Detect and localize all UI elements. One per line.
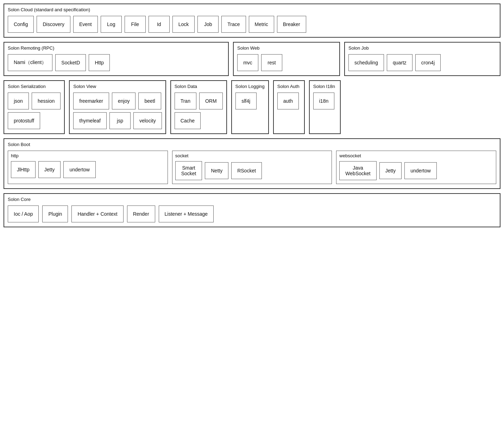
view-section: Solon View freemarkerenjoybeetl thymelea… [69,80,166,134]
box-lock: Lock [172,16,195,33]
box-enjoy: enjoy [112,93,136,109]
box-thymeleaf: thymeleaf [73,112,107,129]
logging-section: Solon Logging slf4j [231,80,269,134]
box-scheduling: scheduling [348,54,384,71]
remoting-items: Nami（client）SocketDHttp [8,54,225,71]
box-discovery: Discovery [37,16,70,33]
box-mvc: mvc [237,54,258,71]
box-breaker: Breaker [277,16,306,33]
cloud-items: ConfigDiscoveryEventLogFileIdLockJobTrac… [8,16,496,33]
serialization-section: Solon Serialization jsonhession protostu… [4,80,65,134]
box-undertow: undertow [63,161,96,178]
cloud-title: Solon Cloud (standard and specification) [8,7,496,12]
remoting-section: Solon Remoting (RPC) Nami（client）SocketD… [4,42,229,76]
core-section: Solon Core Ioc / AopPluginHandler + Cont… [4,193,500,227]
box-jetty: Jetty [38,161,61,178]
cloud-section: Solon Cloud (standard and specification)… [4,4,500,38]
box-quartz: quartz [387,54,412,71]
box-job: Job [197,16,219,33]
serialization-items: jsonhession protostuff [8,93,61,129]
box-file: File [125,16,146,33]
boot-http: http JlHttpJettyundertow [8,151,168,184]
box-cron4j: cron4j [415,54,441,71]
boot-websocket-label: websocket [339,153,493,158]
boot-http-label: http [11,153,165,158]
boot-subsections: http JlHttpJettyundertow socket Smart So… [8,151,496,184]
box-http: Http [89,54,110,71]
data-section: Solon Data TranORM Cache [170,80,227,134]
box-plugin: Plugin [42,205,68,222]
box-freemarker: freemarker [73,93,109,109]
row-serial-view-data: Solon Serialization jsonhession protostu… [4,80,500,134]
boot-socket: socket Smart SocketNettyRSocket [172,151,332,184]
box-event: Event [73,16,98,33]
core-items: Ioc / AopPluginHandler + ContextRenderLi… [8,205,496,222]
box-rsocket: RSocket [231,162,262,179]
box-json: json [8,93,29,109]
box-metric: Metric [249,16,274,33]
box-beetl: beetl [138,93,161,109]
web-section: Solon Web mvcrest [233,42,340,76]
view-title: Solon View [73,84,162,89]
job-items: schedulingquartzcron4j [348,54,496,71]
data-items: TranORM Cache [175,93,223,129]
box-netty: Netty [205,162,228,179]
remoting-title: Solon Remoting (RPC) [8,45,225,51]
box-auth: auth [277,93,299,109]
boot-socket-label: socket [175,153,329,158]
box-undertow: undertow [404,162,437,179]
web-title: Solon Web [237,45,336,51]
view-items: freemarkerenjoybeetl thymeleafjspvelocit… [73,93,162,129]
box-jetty: Jetty [379,162,402,179]
box-socketd: SocketD [55,54,86,71]
job-title: Solon Job [348,45,496,51]
job-section: Solon Job schedulingquartzcron4j [344,42,500,76]
box-ioc-/-aop: Ioc / Aop [8,205,39,222]
box-listener-+-message: Listener + Message [159,205,214,222]
row-remoting-web-job: Solon Remoting (RPC) Nami（client）SocketD… [4,42,500,76]
core-title: Solon Core [8,197,496,202]
box-handler-+-context: Handler + Context [71,205,123,222]
box-nami（client）: Nami（client） [8,54,52,71]
box-velocity: velocity [133,112,162,129]
web-items: mvcrest [237,54,336,71]
box-render: Render [127,205,155,222]
data-title: Solon Data [175,84,223,89]
box-smart-socket: Smart Socket [175,161,202,180]
box-protostuff: protostuff [8,112,40,129]
box-slf4j: slf4j [235,93,257,109]
box-jsp: jsp [109,112,131,129]
box-log: Log [101,16,122,33]
box-rest: rest [261,54,282,71]
box-orm: ORM [199,93,223,109]
boot-title: Solon Boot [8,142,496,147]
box-config: Config [8,16,34,33]
logging-title: Solon Logging [235,84,265,89]
boot-websocket: websocket Java WebSocketJettyundertow [336,151,496,184]
i18n-section: Solon I18n i18n [309,80,341,134]
auth-title: Solon Auth [277,84,301,89]
box-i18n: i18n [313,93,334,109]
auth-section: Solon Auth auth [273,80,305,134]
box-tran: Tran [175,93,196,109]
serialization-title: Solon Serialization [8,84,61,89]
box-trace: Trace [221,16,246,33]
box-cache: Cache [175,112,201,129]
box-jlhttp: JlHttp [11,161,36,178]
box-java-websocket: Java WebSocket [339,161,376,180]
box-hession: hession [32,93,61,109]
box-id: Id [149,16,170,33]
boot-section: Solon Boot http JlHttpJettyundertow sock… [4,138,500,189]
i18n-title: Solon I18n [313,84,336,89]
